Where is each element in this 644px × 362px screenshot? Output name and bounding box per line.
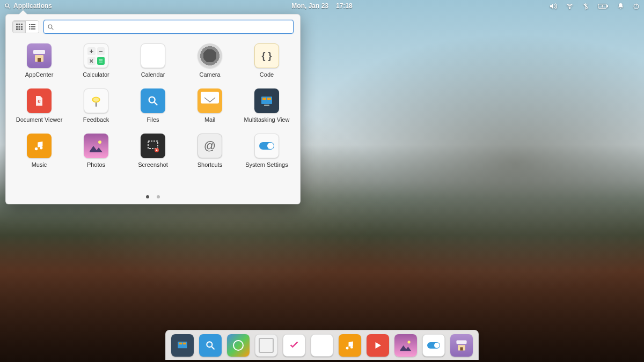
check-icon	[288, 339, 300, 351]
time-label: 17:18	[336, 2, 353, 10]
app-multitasking-view[interactable]: Multitasking View	[240, 86, 294, 125]
mail-icon	[197, 88, 222, 113]
app-calculator[interactable]: +−×= Calculator	[69, 41, 123, 80]
calendar-icon	[141, 43, 165, 68]
svg-point-22	[48, 25, 52, 28]
svg-point-0	[5, 4, 9, 7]
document-viewer-icon: e	[27, 88, 52, 113]
svg-rect-4	[607, 5, 608, 6]
dock-videos[interactable]	[367, 334, 389, 357]
sound-indicator[interactable]	[549, 2, 557, 10]
app-shortcuts[interactable]: @ Shortcuts	[183, 131, 237, 170]
app-calendar[interactable]: Calendar	[126, 41, 180, 80]
files-icon	[141, 88, 165, 113]
date-label: Mon, Jan 23	[291, 2, 328, 10]
applications-label: Applications	[13, 2, 52, 10]
app-code[interactable]: { } Code	[240, 41, 294, 80]
svg-rect-50	[460, 347, 463, 350]
globe-icon	[232, 339, 245, 352]
svg-rect-11	[18, 26, 20, 28]
dock-files[interactable]	[199, 334, 222, 357]
app-document-viewer[interactable]: e Document Viewer	[12, 86, 66, 125]
app-label: Document Viewer	[16, 116, 63, 123]
app-label: Screenshot	[138, 161, 168, 168]
top-panel: Applications Mon, Jan 23 17:18	[0, 0, 644, 12]
photos-icon	[399, 338, 413, 352]
svg-rect-9	[21, 24, 23, 25]
svg-line-45	[212, 346, 215, 349]
grid-view-button[interactable]	[13, 21, 26, 33]
svg-rect-14	[18, 28, 20, 30]
search-input[interactable]	[56, 23, 290, 31]
music-icon	[27, 134, 52, 158]
app-label: AppCenter	[25, 71, 54, 78]
svg-rect-34	[262, 98, 266, 100]
page-dot-2[interactable]	[157, 195, 160, 198]
search-icon	[47, 24, 54, 31]
bluetooth-indicator[interactable]	[582, 3, 589, 10]
dock-music[interactable]	[339, 334, 361, 357]
svg-line-1	[9, 7, 10, 9]
svg-point-44	[207, 342, 212, 347]
search-field[interactable]	[43, 20, 294, 34]
dock-multitasking[interactable]	[171, 334, 194, 357]
dock-calendar[interactable]	[311, 334, 333, 357]
dock-web-browser[interactable]	[227, 334, 250, 357]
app-label: Code	[260, 71, 274, 78]
dock-settings[interactable]	[422, 334, 445, 357]
battery-indicator[interactable]	[598, 3, 609, 10]
view-mode-toggle	[12, 20, 39, 33]
app-feedback[interactable]: Feedback	[69, 86, 123, 125]
dock-mail[interactable]	[255, 334, 277, 357]
svg-rect-24	[33, 50, 45, 54]
app-label: Multitasking View	[244, 116, 290, 123]
photos-icon	[84, 134, 108, 158]
bluetooth-off-icon	[582, 3, 589, 10]
list-icon	[29, 24, 35, 30]
clock-button[interactable]: Mon, Jan 23 17:18	[291, 2, 352, 10]
page-dot-1[interactable]	[146, 195, 149, 198]
app-label: Camera	[199, 71, 220, 78]
app-label: Photos	[87, 161, 105, 168]
svg-rect-48	[456, 340, 466, 344]
dock-tasks[interactable]	[283, 334, 305, 357]
app-screenshot[interactable]: Screenshot	[126, 131, 180, 170]
app-system-settings[interactable]: System Settings	[240, 131, 294, 170]
network-indicator[interactable]	[566, 2, 574, 10]
screenshot-icon	[141, 134, 165, 158]
svg-point-40	[156, 150, 158, 151]
music-icon	[345, 340, 355, 351]
svg-rect-35	[267, 98, 271, 100]
svg-rect-26	[38, 58, 41, 62]
dock-photos[interactable]	[394, 334, 417, 357]
dock-appcenter[interactable]	[450, 334, 473, 357]
svg-point-47	[407, 341, 410, 343]
svg-rect-20	[29, 28, 30, 29]
app-music[interactable]: Music	[12, 131, 66, 170]
play-icon	[373, 341, 383, 350]
svg-point-46	[233, 341, 243, 350]
multitasking-icon	[175, 338, 189, 352]
svg-rect-8	[18, 24, 20, 25]
svg-rect-12	[21, 26, 23, 28]
svg-point-31	[149, 97, 155, 103]
notifications-indicator[interactable]	[617, 3, 624, 10]
app-camera[interactable]: Camera	[183, 41, 237, 80]
applications-menu-button[interactable]: Applications	[4, 2, 52, 10]
app-mail[interactable]: Mail	[183, 86, 237, 125]
svg-rect-15	[21, 28, 23, 30]
app-appcenter[interactable]: AppCenter	[12, 41, 66, 80]
battery-charging-icon	[598, 3, 609, 10]
svg-rect-42	[179, 342, 182, 344]
dock	[165, 330, 479, 360]
app-files[interactable]: Files	[126, 86, 180, 125]
svg-point-2	[569, 8, 570, 9]
session-indicator[interactable]	[633, 3, 640, 10]
category-view-button[interactable]	[26, 21, 39, 33]
svg-rect-36	[264, 105, 269, 106]
app-photos[interactable]: Photos	[69, 131, 123, 170]
svg-rect-18	[29, 26, 30, 27]
appcenter-icon	[27, 43, 52, 68]
appcenter-icon	[455, 338, 469, 352]
calculator-icon: +−×=	[84, 43, 108, 68]
